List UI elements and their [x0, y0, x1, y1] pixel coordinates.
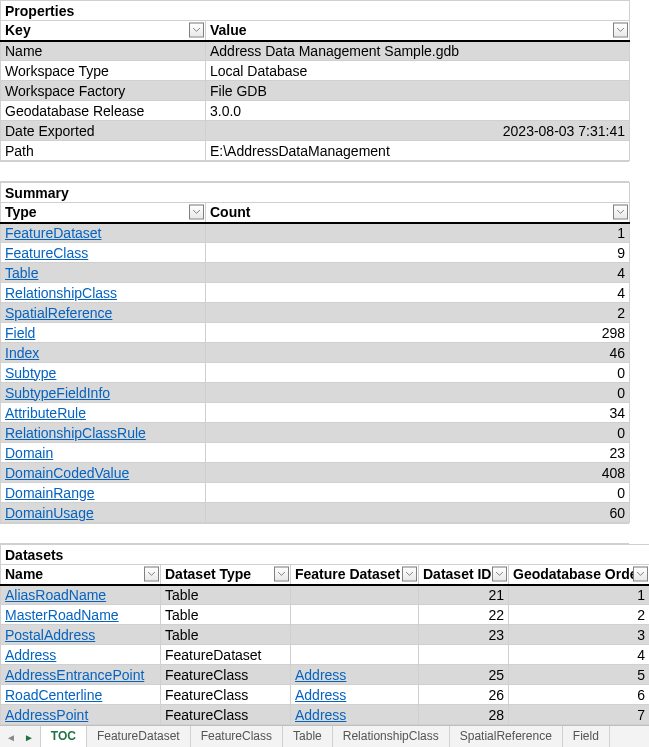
summary-count: 0	[206, 383, 630, 403]
dataset-name-link[interactable]: AddressPoint	[5, 707, 88, 723]
dataset-id: 23	[419, 625, 509, 645]
dataset-id: 28	[419, 705, 509, 725]
property-key: Date Exported	[1, 121, 206, 141]
filter-icon[interactable]	[144, 567, 159, 582]
summary-type-link[interactable]: Index	[5, 345, 39, 361]
table-row: AddressPointFeatureClassAddress287	[1, 705, 650, 725]
table-row: RelationshipClass4	[1, 283, 630, 303]
summary-type-link[interactable]: Subtype	[5, 365, 56, 381]
summary-type-link[interactable]: DomainRange	[5, 485, 95, 501]
summary-type-link[interactable]: Domain	[5, 445, 53, 461]
table-row: FeatureDataset1	[1, 223, 630, 243]
table-row: AliasRoadNameTable211	[1, 585, 650, 605]
summary-type-link[interactable]: SubtypeFieldInfo	[5, 385, 110, 401]
dataset-order: 1	[509, 585, 650, 605]
summary-type-link[interactable]: Field	[5, 325, 35, 341]
property-key: Workspace Factory	[1, 81, 206, 101]
table-row: NameAddress Data Management Sample.gdb	[1, 41, 630, 61]
table-row: AddressEntrancePointFeatureClassAddress2…	[1, 665, 650, 685]
feature-dataset-header[interactable]: Feature Dataset	[291, 565, 419, 585]
table-row: Index46	[1, 343, 630, 363]
tab-prev-icon[interactable]: ◄	[4, 732, 18, 743]
sheet-tab-relationshipclass[interactable]: RelationshipClass	[333, 726, 450, 747]
summary-type-link[interactable]: DomainUsage	[5, 505, 94, 521]
count-header[interactable]: Count	[206, 203, 630, 223]
summary-type-link[interactable]: RelationshipClass	[5, 285, 117, 301]
table-row: AddressFeatureDataset4	[1, 645, 650, 665]
tab-next-icon[interactable]: ►	[22, 732, 36, 743]
table-row: PostalAddressTable233	[1, 625, 650, 645]
property-value: File GDB	[206, 81, 630, 101]
filter-icon[interactable]	[274, 567, 289, 582]
table-row: DomainCodedValue408	[1, 463, 630, 483]
summary-type-link[interactable]: RelationshipClassRule	[5, 425, 146, 441]
property-key: Path	[1, 141, 206, 161]
filter-icon[interactable]	[613, 205, 628, 220]
table-row: RoadCenterlineFeatureClassAddress266	[1, 685, 650, 705]
chevron-down-icon	[193, 210, 200, 215]
dataset-type: FeatureClass	[161, 665, 291, 685]
dataset-id	[419, 645, 509, 665]
dataset-name-link[interactable]: MasterRoadName	[5, 607, 119, 623]
order-header[interactable]: Geodatabase Order	[509, 565, 650, 585]
summary-count: 0	[206, 483, 630, 503]
summary-type-link[interactable]: DomainCodedValue	[5, 465, 129, 481]
dataset-name-link[interactable]: AliasRoadName	[5, 587, 106, 603]
filter-icon[interactable]	[189, 205, 204, 220]
count-header-label: Count	[210, 204, 250, 220]
summary-type-link[interactable]: FeatureDataset	[5, 225, 102, 241]
summary-title: Summary	[1, 183, 630, 203]
sheet-tab-featuredataset[interactable]: FeatureDataset	[87, 726, 191, 747]
filter-icon[interactable]	[492, 567, 507, 582]
feature-dataset-link[interactable]: Address	[295, 687, 346, 703]
feature-dataset-link[interactable]: Address	[295, 707, 346, 723]
sheet-tab-table[interactable]: Table	[283, 726, 333, 747]
filter-icon[interactable]	[633, 567, 648, 582]
summary-type-link[interactable]: Table	[5, 265, 38, 281]
filter-icon[interactable]	[402, 567, 417, 582]
dataset-order: 5	[509, 665, 650, 685]
sheet-tab-spatialreference[interactable]: SpatialReference	[450, 726, 563, 747]
dataset-type: Table	[161, 585, 291, 605]
filter-icon[interactable]	[189, 23, 204, 38]
type-header[interactable]: Type	[1, 203, 206, 223]
table-row: Table4	[1, 263, 630, 283]
feature-dataset-link[interactable]: Address	[295, 667, 346, 683]
dataset-id-header[interactable]: Dataset ID	[419, 565, 509, 585]
sheet-tab-featureclass[interactable]: FeatureClass	[191, 726, 283, 747]
dataset-name-link[interactable]: RoadCenterline	[5, 687, 102, 703]
name-header[interactable]: Name	[1, 565, 161, 585]
dataset-order: 7	[509, 705, 650, 725]
sheet-tab-field[interactable]: Field	[563, 726, 610, 747]
summary-type-link[interactable]: AttributeRule	[5, 405, 86, 421]
property-value: 3.0.0	[206, 101, 630, 121]
summary-count: 60	[206, 503, 630, 523]
key-header[interactable]: Key	[1, 21, 206, 41]
summary-type-link[interactable]: FeatureClass	[5, 245, 88, 261]
table-row: FeatureClass9	[1, 243, 630, 263]
table-row: DomainRange0	[1, 483, 630, 503]
sheet-tab-toc[interactable]: TOC	[41, 726, 87, 747]
chevron-down-icon	[193, 28, 200, 33]
dataset-id: 21	[419, 585, 509, 605]
filter-icon[interactable]	[613, 23, 628, 38]
datasets-title: Datasets	[1, 545, 650, 565]
dataset-name-link[interactable]: Address	[5, 647, 56, 663]
feature-dataset-header-label: Feature Dataset	[295, 566, 400, 582]
property-value: E:\AddressDataManagement	[206, 141, 630, 161]
dataset-name-link[interactable]: AddressEntrancePoint	[5, 667, 144, 683]
dataset-type-header[interactable]: Dataset Type	[161, 565, 291, 585]
dataset-id: 22	[419, 605, 509, 625]
summary-count: 0	[206, 363, 630, 383]
datasets-table: Datasets Name Dataset Type Feature Datas…	[0, 544, 649, 725]
property-key: Workspace Type	[1, 61, 206, 81]
chevron-down-icon	[637, 572, 644, 577]
summary-type-link[interactable]: SpatialReference	[5, 305, 112, 321]
value-header[interactable]: Value	[206, 21, 630, 41]
dataset-type: Table	[161, 605, 291, 625]
dataset-name-link[interactable]: PostalAddress	[5, 627, 95, 643]
chevron-down-icon	[406, 572, 413, 577]
properties-table: Properties Key Value NameAddress Data Ma…	[0, 0, 630, 161]
dataset-id: 26	[419, 685, 509, 705]
table-row: Workspace TypeLocal Database	[1, 61, 630, 81]
